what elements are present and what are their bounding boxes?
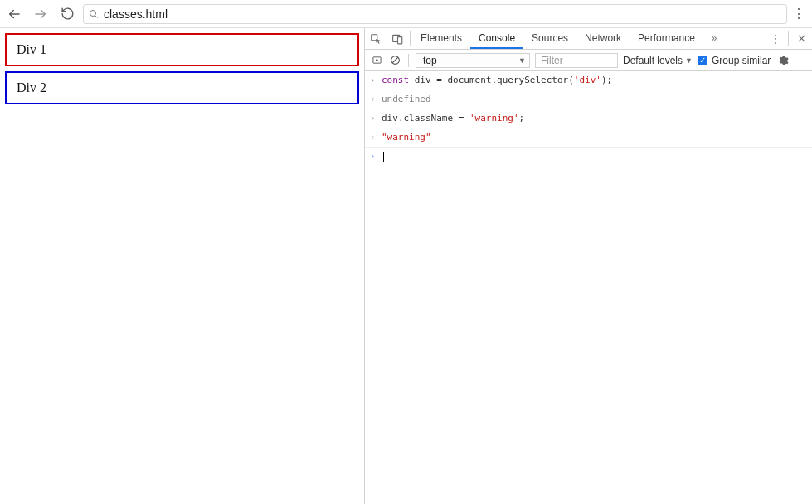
- svg-marker-10: [376, 59, 378, 61]
- context-selector[interactable]: top ▼: [416, 53, 530, 68]
- group-similar-toggle[interactable]: ✓ Group similar: [698, 55, 771, 66]
- device-toolbar-button[interactable]: [387, 28, 408, 49]
- console-body[interactable]: › const div = document.querySelector('di…: [365, 71, 812, 166]
- devtools-tabbar: Elements Console Sources Network Perform…: [365, 28, 812, 50]
- prompt-chevron-icon: ›: [370, 150, 382, 163]
- text-cursor: [383, 152, 384, 162]
- devtools-panel: Elements Console Sources Network Perform…: [365, 28, 812, 504]
- group-similar-label: Group similar: [712, 55, 771, 66]
- svg-line-12: [392, 57, 398, 63]
- browser-menu-button[interactable]: ⋮: [792, 7, 805, 21]
- context-selector-value: top: [423, 55, 437, 66]
- clear-console-button[interactable]: [388, 55, 401, 65]
- filter-input[interactable]: Filter: [535, 53, 618, 68]
- page-viewport: Div 1 Div 2: [0, 28, 365, 504]
- console-settings-button[interactable]: [776, 55, 790, 66]
- console-result: undefined: [382, 93, 431, 106]
- console-prompt-input[interactable]: [382, 150, 384, 163]
- checkbox-checked-icon: ✓: [698, 56, 707, 65]
- console-code: div.className = 'warning';: [382, 112, 524, 125]
- console-toolbar: top ▼ Filter Default levels ▼ ✓ Group si…: [365, 50, 812, 71]
- console-input-row: › div.className = 'warning';: [365, 109, 812, 128]
- address-bar[interactable]: classes.html: [83, 4, 787, 24]
- output-chevron-icon: ‹: [370, 93, 382, 106]
- devtools-close-button[interactable]: [790, 28, 812, 49]
- levels-selector[interactable]: Default levels ▼: [623, 55, 693, 66]
- tab-performance[interactable]: Performance: [630, 28, 703, 49]
- tab-network[interactable]: Network: [576, 28, 630, 49]
- tab-sources[interactable]: Sources: [523, 28, 576, 49]
- svg-point-2: [90, 10, 96, 16]
- tab-console[interactable]: Console: [470, 28, 523, 49]
- input-chevron-icon: ›: [370, 74, 382, 87]
- reload-button[interactable]: [56, 3, 78, 25]
- levels-label: Default levels: [623, 55, 683, 66]
- console-result: "warning": [382, 131, 431, 144]
- output-chevron-icon: ‹: [370, 131, 382, 144]
- tab-elements[interactable]: Elements: [412, 28, 470, 49]
- console-code: const div = document.querySelector('div'…: [382, 74, 612, 87]
- devtools-menu-button[interactable]: ⋮: [765, 28, 786, 49]
- svg-line-3: [95, 15, 98, 17]
- chevron-down-icon: ▼: [685, 56, 693, 65]
- browser-toolbar: classes.html ⋮: [0, 0, 812, 28]
- input-chevron-icon: ›: [370, 112, 382, 125]
- console-input-row: › const div = document.querySelector('di…: [365, 71, 812, 90]
- tab-overflow-button[interactable]: »: [703, 28, 726, 49]
- console-output-row: ‹ "warning": [365, 128, 812, 148]
- filter-placeholder: Filter: [541, 55, 563, 66]
- search-icon: [89, 9, 99, 19]
- page-div-1: Div 1: [5, 33, 359, 66]
- console-prompt-row[interactable]: ›: [365, 148, 812, 166]
- address-text: classes.html: [104, 7, 168, 21]
- back-button[interactable]: [3, 3, 25, 25]
- inspect-element-button[interactable]: [365, 28, 387, 49]
- chevron-down-icon: ▼: [518, 56, 526, 65]
- page-div-2: Div 2: [5, 71, 359, 104]
- console-sidebar-toggle[interactable]: [370, 56, 383, 65]
- svg-rect-6: [397, 36, 401, 43]
- console-output-row: ‹ undefined: [365, 90, 812, 109]
- forward-button[interactable]: [30, 3, 51, 25]
